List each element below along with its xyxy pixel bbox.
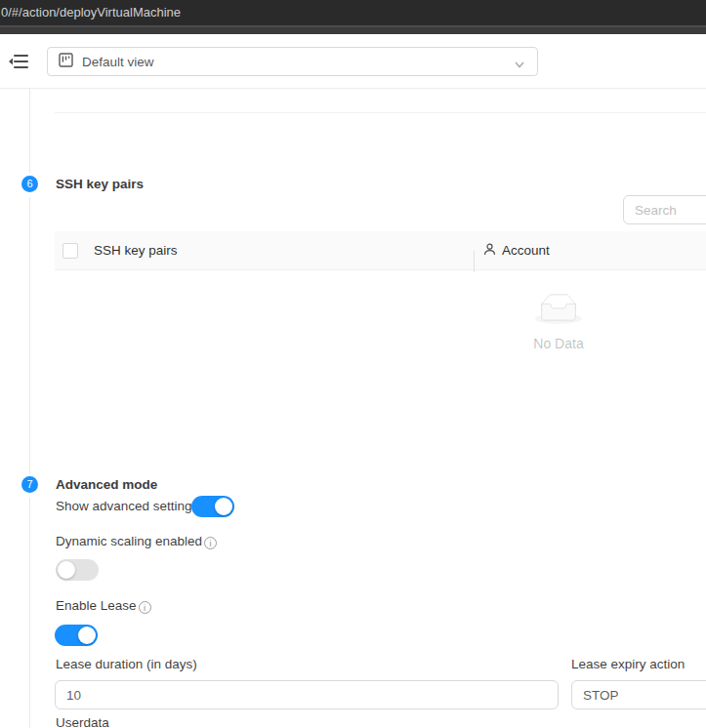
table-header-account: Account: [474, 242, 706, 260]
table-body: No Data: [55, 270, 706, 417]
empty-state-text: No Data: [55, 336, 706, 351]
ssh-keypairs-table: SSH key pairs Account: [55, 231, 706, 417]
select-all-checkbox[interactable]: [62, 243, 78, 259]
section-divider: [55, 112, 706, 113]
project-view-icon: [59, 53, 73, 71]
step-7-badge: 7: [21, 476, 38, 493]
lease-duration-label: Lease duration (in days): [56, 657, 197, 671]
toolbar: Default view: [0, 34, 706, 89]
view-select[interactable]: Default view: [47, 47, 538, 76]
chevron-down-icon: [514, 57, 525, 74]
menu-fold-icon[interactable]: [8, 52, 29, 71]
enable-lease-label-row: Enable Leasei: [56, 596, 151, 614]
dynamic-scaling-toggle[interactable]: [56, 559, 99, 581]
show-advanced-label: Show advanced settings: [56, 499, 198, 513]
show-advanced-row: Show advanced settings: [56, 499, 198, 513]
toggle-knob: [58, 561, 75, 579]
wizard-content: 6 SSH key pairs SSH key pairs Account: [0, 89, 706, 728]
lease-expiry-label: Lease expiry action: [571, 657, 685, 671]
empty-box-icon: [535, 310, 582, 327]
step-6-badge: 6: [21, 176, 38, 192]
userdata-label: Userdata: [56, 715, 109, 728]
column-label-account: Account: [502, 243, 550, 258]
table-header-row: SSH key pairs Account: [55, 231, 706, 270]
deploy-vm-page: 0/#/action/deployVirtualMachine: [0, 0, 706, 728]
window-strip: [0, 25, 706, 34]
table-header-ssh: SSH key pairs: [55, 243, 474, 259]
lease-duration-input[interactable]: [55, 680, 559, 709]
url-text: 0/#/action/deployVirtualMachine: [1, 5, 181, 20]
toggle-knob: [78, 627, 96, 644]
step-7-title: Advanced mode: [56, 477, 157, 492]
user-icon: [483, 242, 496, 260]
info-icon[interactable]: i: [204, 537, 217, 549]
empty-state: No Data: [55, 294, 706, 351]
enable-lease-label: Enable Lease: [56, 598, 137, 613]
show-advanced-toggle[interactable]: [191, 496, 234, 517]
step-6-title: SSH key pairs: [56, 177, 144, 191]
view-select-value: Default view: [82, 55, 154, 69]
toggle-knob: [215, 498, 232, 515]
enable-lease-toggle[interactable]: [55, 625, 98, 646]
dynamic-scaling-label-row: Dynamic scaling enabledi: [56, 532, 217, 549]
column-label-ssh: SSH key pairs: [94, 243, 178, 258]
steps-connector: [29, 197, 30, 474]
browser-url-bar: 0/#/action/deployVirtualMachine: [0, 0, 706, 25]
search-input[interactable]: [623, 195, 706, 224]
steps-connector: [29, 89, 30, 173]
dynamic-scaling-label: Dynamic scaling enabled: [56, 534, 202, 548]
lease-expiry-input[interactable]: [571, 680, 706, 709]
info-icon[interactable]: i: [139, 601, 151, 614]
steps-connector: [29, 498, 30, 728]
